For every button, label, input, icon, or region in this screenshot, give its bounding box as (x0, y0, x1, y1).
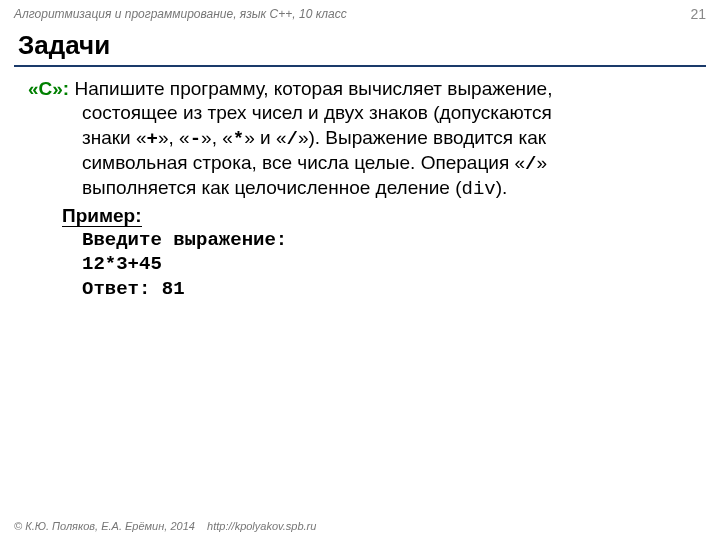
task-line: символьная строка, все числа целые. Опер… (82, 151, 692, 176)
page-number: 21 (690, 6, 706, 22)
task-line: состоящее из трех чисел и двух знаков (д… (82, 101, 692, 125)
example-block: Введите выражение: 12*3+45 Ответ: 81 (28, 228, 692, 301)
task-content: «C»: Напишите программу, которая вычисля… (0, 77, 720, 301)
op-div: / (286, 128, 297, 150)
task-first-line: «C»: Напишите программу, которая вычисля… (28, 77, 692, 101)
op-minus: - (190, 128, 201, 150)
slide-footer: © К.Ю. Поляков, Е.А. Ерёмин, 2014 http:/… (14, 520, 316, 532)
task-intro: Напишите программу, которая вычисляет вы… (69, 78, 552, 99)
task-line: знаки «+», «-», «*» и «/»). Выражение вв… (82, 126, 692, 151)
example-prompt: Введите выражение: (82, 228, 692, 252)
slide-header: Алгоритмизация и программирование, язык … (0, 0, 720, 26)
page-title: Задачи (0, 26, 720, 63)
task-line: выполняется как целочисленное деление (d… (82, 176, 692, 201)
example-label: Пример: (28, 204, 692, 228)
footer-url: http://kpolyakov.spb.ru (207, 520, 316, 532)
div-keyword: div (462, 178, 496, 200)
op-div: / (525, 153, 536, 175)
op-plus: + (147, 128, 158, 150)
example-input: 12*3+45 (82, 252, 692, 276)
copyright: © К.Ю. Поляков, Е.А. Ерёмин, 2014 (14, 520, 195, 532)
example-output: Ответ: 81 (82, 277, 692, 301)
op-mul: * (233, 128, 244, 150)
task-body: состоящее из трех чисел и двух знаков (д… (28, 101, 692, 201)
breadcrumb: Алгоритмизация и программирование, язык … (14, 7, 347, 21)
title-rule (14, 65, 706, 67)
level-badge: «C»: (28, 78, 69, 99)
